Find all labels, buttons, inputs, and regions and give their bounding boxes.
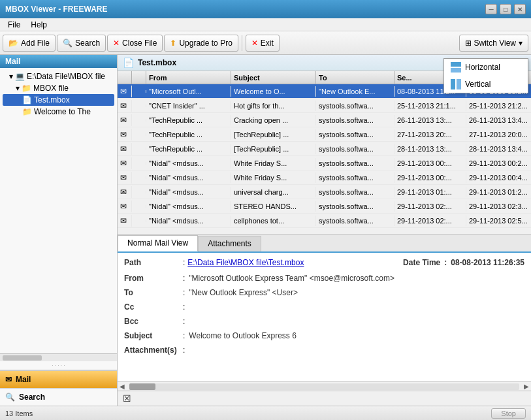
email-list[interactable]: ✉ "Microsoft Outl... Welcome to O... "Ne…: [118, 84, 531, 234]
table-row[interactable]: ✉ "CNET Insider" ... Hot gifts for th...…: [118, 99, 531, 113]
col-header-check[interactable]: [132, 71, 146, 84]
col-header-icon[interactable]: [118, 71, 132, 84]
search-nav-icon: 🔍: [5, 393, 15, 402]
hscroll-track[interactable]: [129, 383, 519, 390]
preview-subject-row: Subject : Welcome to Outlook Express 6: [124, 331, 524, 340]
envelope-icon: ✉: [120, 87, 127, 96]
nav-mail[interactable]: ✉ Mail: [0, 370, 117, 388]
email-check-cell: [132, 90, 146, 93]
envelope-icon: ✉: [120, 173, 127, 182]
preview-icon-btn[interactable]: ☒: [123, 393, 131, 404]
table-row[interactable]: ✉ "TechRepublic ... [TechRepublic] ... s…: [118, 127, 531, 142]
bcc-label: Bcc: [124, 317, 183, 326]
preview-tabs: Normal Mail View Attachments: [118, 234, 531, 253]
preview-content: Path : E:\Data File\MBOX file\Test.mbox …: [118, 253, 531, 381]
envelope-icon: ✉: [120, 101, 127, 110]
expand-icon: ▾: [9, 72, 13, 81]
close-button[interactable]: ✕: [514, 4, 526, 14]
email-to: "New Outlook E...: [316, 86, 394, 97]
tree-item-drive[interactable]: ▾ 💻 E:\Data File\MBOX file: [3, 71, 114, 82]
toolbar-separator: [242, 35, 242, 51]
search-button[interactable]: 🔍 Search: [57, 35, 106, 52]
tree-item-test-mbox[interactable]: 📄 Test.mbox: [3, 94, 114, 106]
tab-normal-mail-view[interactable]: Normal Mail View: [118, 235, 198, 251]
svg-rect-3: [457, 79, 461, 89]
right-panel: 📄 Test.mbox From Subject To Se... Receiv…: [118, 55, 531, 406]
stop-button[interactable]: Stop: [491, 408, 526, 419]
path-row: Path : E:\Data File\MBOX file\Test.mbox …: [124, 258, 524, 267]
preview-to-row: To : "New Outlook Express" <User>: [124, 288, 524, 297]
window-controls: ─ □ ✕: [485, 4, 526, 14]
svg-rect-0: [451, 62, 461, 67]
subject-value: Welcome to Outlook Express 6: [189, 331, 297, 340]
tree-scrollbar-h[interactable]: [0, 353, 117, 361]
upgrade-button[interactable]: ⬆ Upgrade to Pro: [164, 35, 238, 52]
path-value[interactable]: E:\Data File\MBOX file\Test.mbox: [187, 258, 304, 267]
vertical-icon: [451, 79, 461, 89]
items-count: 13 Items: [5, 410, 33, 417]
table-row[interactable]: ✉ "TechRepublic ... Cracking open ... sy…: [118, 113, 531, 127]
col-header-from[interactable]: From: [146, 71, 231, 84]
from-label: From: [124, 274, 183, 283]
mail-icon: ✉: [5, 375, 12, 384]
file-icon: 📄: [22, 95, 32, 105]
envelope-icon: ✉: [120, 159, 127, 168]
add-file-button[interactable]: 📂 Add File: [3, 35, 56, 52]
status-bar: 13 Items Stop: [0, 406, 531, 420]
switch-view-horizontal[interactable]: Horizontal: [444, 59, 528, 76]
subject-label: Subject: [124, 331, 183, 340]
nav-search[interactable]: 🔍 Search: [0, 388, 117, 406]
exit-button[interactable]: ✕ Exit: [246, 35, 280, 52]
hscroll-right[interactable]: ▶: [522, 383, 531, 390]
preview-hscroll[interactable]: ◀ ▶: [118, 381, 531, 391]
menu-help[interactable]: Help: [25, 19, 52, 31]
email-icon-cell: ✉: [118, 86, 132, 97]
table-row[interactable]: ✉ "Nidal" <mdsus... universal charg... s…: [118, 185, 531, 199]
tree-item-mbox-folder[interactable]: ▾ 📁 MBOX file: [3, 82, 114, 94]
close-file-button[interactable]: ✕ Close File: [107, 35, 163, 52]
table-row[interactable]: ✉ "Nidal" <mdsus... STEREO HANDS... syst…: [118, 199, 531, 214]
table-row[interactable]: ✉ "Nidal" <mdsus... White Friday S... sy…: [118, 156, 531, 170]
window-title: MBOX Viewer - FREEWARE: [5, 5, 107, 14]
exit-icon: ✕: [251, 39, 258, 48]
email-subject: Welcome to O...: [231, 86, 316, 97]
envelope-icon: ✉: [120, 202, 127, 211]
switch-view-button[interactable]: ⊞ Switch View ▾: [459, 35, 528, 52]
add-file-icon: 📂: [8, 39, 18, 48]
switch-view-vertical[interactable]: Vertical: [444, 76, 528, 93]
file-name: Test.mbox: [138, 58, 176, 67]
close-file-icon: ✕: [113, 39, 120, 48]
resize-dots: · · · · ·: [0, 363, 117, 368]
bottom-nav: ✉ Mail 🔍 Search: [0, 370, 117, 406]
preview-attachments-row: Attachment(s) :: [124, 346, 524, 355]
tab-attachments[interactable]: Attachments: [198, 236, 261, 251]
minimize-button[interactable]: ─: [485, 4, 497, 14]
expand-icon: ▾: [16, 84, 20, 93]
tree-item-welcome[interactable]: 📁 Welcome to The: [3, 106, 114, 118]
tree-area[interactable]: ▾ 💻 E:\Data File\MBOX file ▾ 📁 MBOX file…: [0, 68, 117, 353]
col-header-to[interactable]: To: [316, 71, 394, 84]
maximize-button[interactable]: □: [500, 4, 511, 14]
svg-rect-1: [451, 68, 461, 73]
preview-panel: Normal Mail View Attachments Path : E:\D…: [118, 234, 531, 406]
switch-view-container: ⊞ Switch View ▾ Horizontal Vertical: [459, 35, 528, 52]
cc-label: Cc: [124, 302, 183, 312]
envelope-icon: ✉: [120, 116, 127, 125]
to-value: "New Outlook Express" <User>: [189, 288, 298, 297]
envelope-icon: ✉: [120, 187, 127, 197]
switch-view-chevron: ▾: [519, 39, 523, 48]
menu-bar: File Help: [0, 18, 531, 31]
horizontal-icon: [451, 62, 461, 73]
table-row[interactable]: ✉ "Nidal" <mdsus... cellphones tot... sy…: [118, 214, 531, 228]
table-row[interactable]: ✉ "Nidal" <mdsus... White Friday S... sy…: [118, 170, 531, 185]
left-panel: Mail ▾ 💻 E:\Data File\MBOX file ▾ 📁 MBOX…: [0, 55, 118, 406]
switch-view-icon: ⊞: [465, 39, 472, 48]
path-label: Path: [124, 258, 183, 267]
table-row[interactable]: ✉ "TechRepublic ... [TechRepublic] ... s…: [118, 142, 531, 156]
col-header-subject[interactable]: Subject: [231, 71, 316, 84]
hscroll-left[interactable]: ◀: [118, 383, 127, 390]
folder-icon: 📁: [22, 84, 31, 93]
menu-file[interactable]: File: [3, 19, 25, 31]
hscroll-thumb[interactable]: [129, 383, 155, 390]
drive-icon: 💻: [15, 72, 25, 81]
